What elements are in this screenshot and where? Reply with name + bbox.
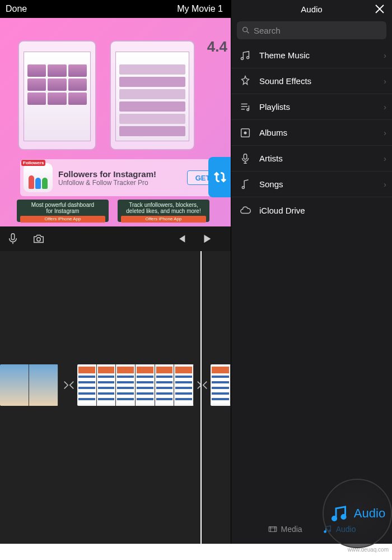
preview-tablet-right: [110, 40, 195, 150]
transition-icon[interactable]: [62, 377, 76, 394]
play-icon[interactable]: [200, 233, 213, 245]
project-title: My Movie 1: [177, 4, 223, 14]
menu-label: Artists: [259, 154, 283, 163]
menu-label: Songs: [259, 179, 283, 189]
clip-3[interactable]: [211, 364, 231, 406]
timeline[interactable]: [0, 251, 231, 544]
icloud-icon: [239, 204, 251, 216]
menu-icloud-drive[interactable]: iCloud Drive: [231, 197, 392, 223]
appstore-card: Followers Followers for Instagram! Unfol…: [20, 159, 225, 196]
menu-playlists[interactable]: Playlists ›: [231, 94, 392, 120]
sound-effects-icon: [239, 75, 251, 87]
svg-point-4: [247, 56, 249, 58]
svg-point-11: [324, 531, 326, 533]
tab-label: Media: [281, 525, 302, 534]
search-input[interactable]: Search: [237, 21, 386, 39]
followers-badge: Followers: [21, 160, 45, 166]
bottom-tabs: Media Audio: [231, 515, 392, 544]
audio-menu: Theme Music › Sound Effects › Playlists …: [231, 43, 392, 223]
svg-point-9: [242, 186, 244, 188]
app-icon: Followers: [24, 163, 53, 192]
theme-music-icon: [239, 49, 251, 62]
app-rating: 4.4: [207, 38, 227, 55]
microphone-icon[interactable]: [7, 233, 19, 245]
chevron-right-icon: ›: [384, 76, 386, 86]
preview-tablet-left: [18, 40, 96, 150]
camera-icon[interactable]: [32, 233, 45, 245]
chevron-right-icon: ›: [384, 102, 386, 112]
playlists-icon: [239, 101, 251, 113]
watermark: www.deuaq.com: [0, 547, 392, 553]
transition-icon[interactable]: [195, 377, 209, 394]
audio-panel: Audio Search Theme Music › Sound Effects…: [231, 0, 392, 544]
chevron-right-icon: ›: [384, 128, 386, 137]
editor-topbar: Done My Movie 1: [0, 0, 231, 18]
menu-songs[interactable]: Songs ›: [231, 172, 392, 197]
chevron-right-icon: ›: [384, 179, 386, 189]
svg-point-7: [244, 132, 246, 134]
playhead[interactable]: [200, 251, 202, 544]
svg-rect-0: [11, 234, 15, 240]
albums-icon: [239, 127, 251, 139]
close-icon[interactable]: [373, 2, 386, 16]
menu-sound-effects[interactable]: Sound Effects ›: [231, 68, 392, 94]
svg-point-2: [243, 27, 248, 32]
menu-artists[interactable]: Artists ›: [231, 146, 392, 172]
svg-point-12: [329, 530, 330, 531]
svg-point-3: [241, 57, 243, 59]
app-title: Followers for Instagram!: [58, 169, 187, 179]
svg-rect-10: [269, 527, 277, 532]
menu-label: Albums: [259, 128, 287, 137]
music-icon: [323, 524, 333, 534]
chevron-right-icon: ›: [384, 50, 386, 60]
clip-1[interactable]: [0, 364, 58, 406]
tab-label: Audio: [336, 525, 356, 534]
skip-back-icon[interactable]: [175, 233, 187, 245]
clip-2[interactable]: [77, 364, 194, 406]
menu-label: Theme Music: [259, 50, 310, 60]
tab-media[interactable]: Media: [268, 524, 302, 534]
menu-label: Sound Effects: [259, 76, 311, 86]
app-subtitle: Unfollow & Follow Tracker Pro: [58, 179, 187, 187]
artists-icon: [239, 152, 251, 165]
svg-point-1: [37, 238, 40, 241]
promo-card-2: Track unfollowers, blockers,deleted like…: [118, 200, 209, 222]
tab-audio[interactable]: Audio: [323, 524, 356, 534]
video-preview[interactable]: 4.4 Followers Fo: [0, 18, 231, 226]
repost-icon: [208, 157, 231, 197]
editor-toolbar: [0, 226, 231, 251]
chevron-right-icon: ›: [384, 154, 386, 163]
menu-label: Playlists: [259, 102, 290, 112]
panel-title: Audio: [301, 4, 322, 14]
done-button[interactable]: Done: [6, 4, 27, 14]
search-icon: [241, 26, 250, 35]
menu-theme-music[interactable]: Theme Music ›: [231, 43, 392, 68]
media-icon: [268, 524, 278, 534]
menu-albums[interactable]: Albums ›: [231, 120, 392, 146]
menu-label: iCloud Drive: [259, 206, 305, 215]
songs-icon: [239, 178, 251, 191]
promo-card-1: Most powerful dashboardfor Instagram Off…: [17, 200, 109, 222]
svg-rect-8: [244, 154, 247, 159]
search-placeholder: Search: [254, 26, 281, 35]
